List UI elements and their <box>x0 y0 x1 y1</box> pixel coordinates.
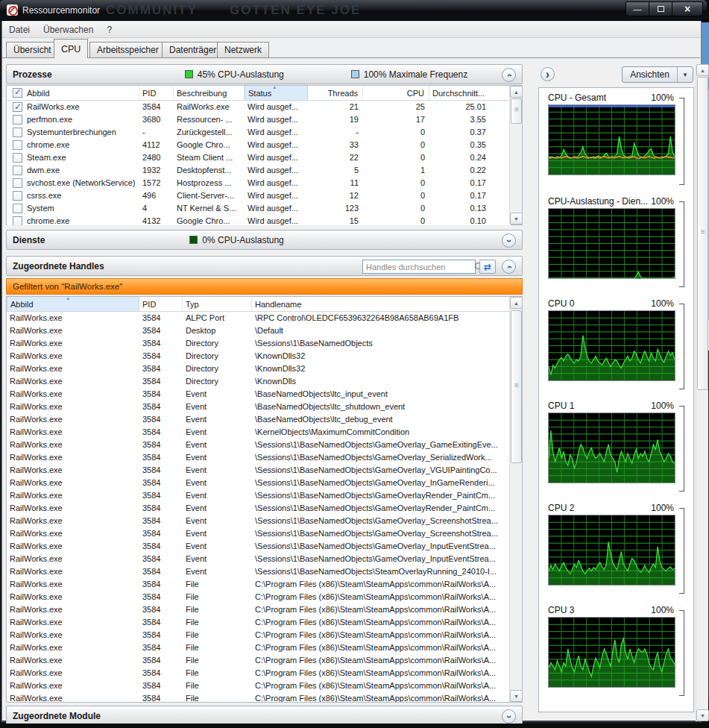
processes-scrollbar[interactable]: ▲ ▼ <box>509 86 522 225</box>
handle-row[interactable]: RailWorks.exe3584FileC:\Program Files (x… <box>7 692 511 702</box>
handle-row[interactable]: RailWorks.exe3584Directory\Sessions\1\Ba… <box>7 337 511 350</box>
process-row[interactable]: dwm.exe1932Desktopfenst...Wird ausgef...… <box>7 164 511 177</box>
process-checkbox[interactable] <box>13 128 22 137</box>
column-header-beschreibung[interactable]: Beschreibung <box>174 86 245 100</box>
handle-row[interactable]: RailWorks.exe3584Event\Sessions\1\BaseNa… <box>7 439 511 451</box>
column-header-handlename[interactable]: Handlename <box>252 297 522 311</box>
process-checkbox[interactable] <box>13 178 22 188</box>
handle-row[interactable]: RailWorks.exe3584FileC:\Program Files (x… <box>7 654 511 667</box>
handles-scrollbar[interactable]: ▲ ▼ <box>509 297 522 702</box>
graphs-panel-toggle-button[interactable]: › <box>541 67 555 81</box>
scroll-up-button[interactable]: ▲ <box>510 86 523 98</box>
services-expand-button[interactable]: › <box>502 233 516 248</box>
scrollbar-thumb[interactable] <box>511 98 522 124</box>
handles-collapse-button[interactable]: › <box>502 260 516 274</box>
column-header-pid[interactable]: PID <box>139 297 183 311</box>
tab-uebersicht[interactable]: Übersicht <box>6 42 59 57</box>
scroll-up-button[interactable]: ▲ <box>696 64 709 76</box>
views-dropdown-arrow[interactable]: ▼ <box>678 67 693 82</box>
process-row[interactable]: System4NT Kernel & S...Wird ausgef...123… <box>7 202 511 215</box>
scroll-down-button[interactable]: ▼ <box>510 213 523 225</box>
tab-arbeitsspeicher[interactable]: Arbeitsspeicher <box>89 42 166 57</box>
column-header-abbild[interactable]: Abbild <box>7 297 139 311</box>
tab-cpu[interactable]: CPU <box>54 39 88 58</box>
handle-row[interactable]: RailWorks.exe3584FileC:\Program Files (x… <box>7 616 511 629</box>
column-header-pid[interactable]: PID <box>139 86 174 100</box>
handle-row[interactable]: RailWorks.exe3584Event\Sessions\1\BaseNa… <box>7 464 511 477</box>
handles-refresh-button[interactable]: ⇄ <box>479 260 496 274</box>
handle-row[interactable]: RailWorks.exe3584Directory\KnownDlls <box>7 375 511 388</box>
views-button[interactable]: Ansichten ▼ <box>622 66 693 83</box>
menu-help[interactable]: ? <box>100 22 119 37</box>
process-row[interactable]: perfmon.exe3680Ressourcen- ...Wird ausge… <box>7 113 511 126</box>
column-header-threads[interactable]: Threads <box>308 86 363 100</box>
views-button-label[interactable]: Ansichten <box>623 67 678 82</box>
handle-row[interactable]: RailWorks.exe3584FileC:\Program Files (x… <box>7 629 511 641</box>
process-checkbox[interactable] <box>13 204 22 213</box>
handle-row[interactable]: RailWorks.exe3584Desktop\Default <box>7 324 511 337</box>
column-header-cpu[interactable]: CPU <box>363 86 429 100</box>
minimize-button[interactable]: — <box>626 2 649 16</box>
process-checkbox[interactable] <box>13 216 22 225</box>
handle-row[interactable]: RailWorks.exe3584Event\Sessions\1\BaseNa… <box>7 540 511 553</box>
column-header-durchschnitt[interactable]: Durchschnitt... <box>429 86 492 100</box>
right-panel-scrollbar[interactable]: ▲ ▼ <box>696 64 708 721</box>
process-checkbox[interactable] <box>13 140 22 150</box>
image-cell: RailWorks.exe <box>7 502 139 515</box>
maximize-button[interactable] <box>649 2 672 16</box>
handle-row[interactable]: RailWorks.exe3584Event\Sessions\1\BaseNa… <box>7 527 511 540</box>
type-cell: Event <box>183 527 252 540</box>
scroll-down-button[interactable]: ▼ <box>510 690 523 702</box>
process-row[interactable]: Systemunterbrechungen-Zurückgestell...Wi… <box>7 126 511 139</box>
process-checkbox[interactable] <box>13 191 22 201</box>
handle-row[interactable]: RailWorks.exe3584FileC:\Program Files (x… <box>7 591 511 603</box>
handle-row[interactable]: RailWorks.exe3584FileC:\Program Files (x… <box>7 680 511 692</box>
handle-row[interactable]: RailWorks.exe3584Event\Sessions\1\BaseNa… <box>7 565 511 578</box>
handle-row[interactable]: RailWorks.exe3584ALPC Port\RPC Control\O… <box>7 312 511 324</box>
tab-datentraeger[interactable]: Datenträger <box>162 42 224 57</box>
handle-row[interactable]: RailWorks.exe3584Event\Sessions\1\BaseNa… <box>7 477 511 489</box>
handle-row[interactable]: RailWorks.exe3584Event\Sessions\1\BaseNa… <box>7 489 511 502</box>
process-checkbox[interactable] <box>13 166 22 175</box>
process-row[interactable]: csrss.exe496Client-Server-...Wird ausgef… <box>7 189 511 202</box>
processes-collapse-button[interactable]: › <box>502 68 516 82</box>
process-row[interactable]: chrome.exe4112Google Chro...Wird ausgef.… <box>7 139 511 151</box>
handle-row[interactable]: RailWorks.exe3584Event\Sessions\1\BaseNa… <box>7 553 511 565</box>
process-row[interactable]: svchost.exe (NetworkService)1572Hostproz… <box>7 177 511 189</box>
process-row[interactable]: chrome.exe4132Google Chro...Wird ausgef.… <box>7 215 511 225</box>
process-checkbox[interactable] <box>13 102 22 112</box>
close-button[interactable]: × <box>672 2 702 16</box>
column-header-typ[interactable]: Typ <box>183 297 252 311</box>
title-bar[interactable]: COMMUNITY GOTTEN EYE JOE Ressourcenmonit… <box>0 0 707 21</box>
handle-row[interactable]: RailWorks.exe3584Event\Sessions\1\BaseNa… <box>7 502 511 515</box>
handle-row[interactable]: RailWorks.exe3584Event\BaseNamedObjects\… <box>7 413 511 426</box>
handle-row[interactable]: RailWorks.exe3584Event\KernelObjects\Max… <box>7 426 511 439</box>
process-checkbox[interactable] <box>13 153 22 163</box>
scroll-down-button[interactable]: ▼ <box>696 709 709 721</box>
handlename-cell: C:\Program Files (x86)\Steam\SteamApps\c… <box>252 641 511 654</box>
handle-row[interactable]: RailWorks.exe3584FileC:\Program Files (x… <box>7 603 511 616</box>
scrollbar-thumb[interactable] <box>697 77 708 390</box>
handle-row[interactable]: RailWorks.exe3584Event\Sessions\1\BaseNa… <box>7 515 511 527</box>
handle-row[interactable]: RailWorks.exe3584Event\BaseNamedObjects\… <box>7 388 511 401</box>
process-checkbox[interactable] <box>13 115 22 125</box>
scrollbar-thumb[interactable] <box>511 310 522 463</box>
select-all-checkbox[interactable] <box>13 88 22 98</box>
handle-row[interactable]: RailWorks.exe3584Event\Sessions\1\BaseNa… <box>7 451 511 464</box>
menu-ueberwachen[interactable]: Überwachen <box>37 22 100 37</box>
handle-row[interactable]: RailWorks.exe3584FileC:\Program Files (x… <box>7 667 511 680</box>
column-header-status[interactable]: Status <box>245 86 308 100</box>
handles-search-input[interactable] <box>363 263 473 272</box>
handle-row[interactable]: RailWorks.exe3584Directory\KnownDlls32 <box>7 363 511 375</box>
modules-expand-button[interactable]: › <box>502 709 516 724</box>
handle-row[interactable]: RailWorks.exe3584Event\BaseNamedObjects\… <box>7 401 511 413</box>
handle-row[interactable]: RailWorks.exe3584FileC:\Program Files (x… <box>7 641 511 654</box>
menu-datei[interactable]: Datei <box>2 22 37 37</box>
scroll-up-button[interactable]: ▲ <box>510 297 523 309</box>
column-header-abbild[interactable]: Abbild <box>7 86 139 100</box>
process-row[interactable]: RailWorks.exe3584RailWorks.exeWird ausge… <box>7 101 511 113</box>
process-row[interactable]: Steam.exe2480Steam Client ...Wird ausgef… <box>7 151 511 164</box>
handle-row[interactable]: RailWorks.exe3584FileC:\Program Files (x… <box>7 578 511 591</box>
tab-netzwerk[interactable]: Netzwerk <box>217 42 269 57</box>
handle-row[interactable]: RailWorks.exe3584Directory\KnownDlls32 <box>7 350 511 363</box>
